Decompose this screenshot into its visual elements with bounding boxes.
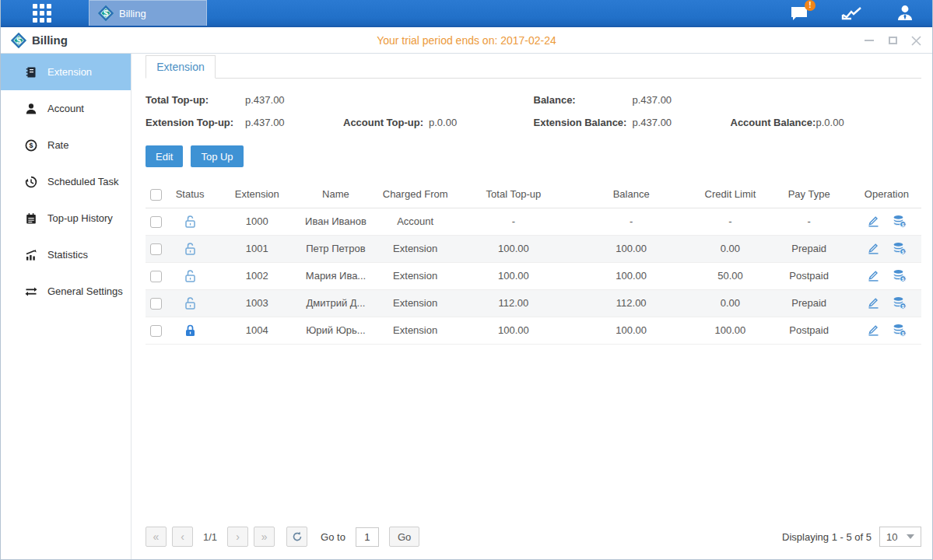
displaying-text: Displaying 1 - 5 of 5	[782, 531, 872, 543]
general-settings-sliders-icon	[24, 285, 38, 298]
pencil-icon	[867, 296, 880, 310]
billing-logo-icon: $	[99, 6, 113, 20]
extension-cell: 1002	[214, 262, 300, 289]
resource-monitor-button[interactable]	[840, 3, 864, 23]
maximize-button[interactable]	[887, 35, 898, 46]
extension-cell: 1003	[214, 289, 300, 317]
goto-page-input[interactable]	[356, 527, 379, 547]
name-cell: Дмитрий Д...	[300, 289, 371, 317]
row-checkbox[interactable]	[150, 271, 162, 282]
extension-cell: 1000	[214, 208, 300, 235]
sidebar-item-statistics[interactable]: Statistics	[1, 236, 131, 273]
sidebar-item-general-settings[interactable]: General Settings	[1, 273, 131, 310]
row-checkbox[interactable]	[150, 298, 162, 310]
extension-cell: 1004	[214, 317, 300, 344]
refresh-button[interactable]	[286, 527, 307, 547]
balance-cell: 100.00	[568, 262, 694, 289]
extension-book-icon	[24, 66, 38, 79]
messages-button[interactable]: !	[787, 3, 811, 23]
page-indicator: 1/1	[203, 531, 217, 543]
charged-from-cell: Extension	[372, 235, 459, 262]
sidebar-item-account[interactable]: Account	[1, 90, 131, 127]
sidebar-item-rate[interactable]: $ Rate	[1, 127, 131, 163]
total-topup-cell: 100.00	[459, 262, 568, 289]
name-cell: Юрий Юрь...	[300, 317, 371, 344]
operation-cell: $	[852, 317, 921, 344]
col-name: Name	[300, 181, 371, 208]
edit-row-button[interactable]	[867, 242, 880, 255]
unlocked-icon	[184, 242, 197, 256]
top-up-button[interactable]: Top Up	[191, 145, 243, 167]
credit-limit-cell: 0.00	[694, 235, 766, 262]
status-cell	[166, 208, 214, 235]
select-all-checkbox[interactable]	[150, 189, 162, 201]
app-launcher-button[interactable]	[1, 0, 82, 26]
edit-row-button[interactable]	[867, 215, 880, 228]
total-topup-value: p.437.00	[245, 94, 343, 106]
account-person-icon	[24, 103, 38, 115]
account-topup-value: p.0.00	[429, 117, 457, 128]
last-page-button[interactable]: »	[254, 527, 275, 547]
sidebar-item-extension[interactable]: Extension	[1, 54, 131, 90]
top-up-row-button[interactable]: $	[893, 215, 907, 228]
top-up-row-button[interactable]: $	[893, 324, 907, 337]
scheduled-task-clock-icon	[24, 176, 38, 188]
pencil-icon	[867, 215, 880, 228]
next-page-button[interactable]: ›	[227, 527, 248, 547]
billing-title-icon: $	[12, 33, 26, 47]
page-size-value: 10	[886, 531, 897, 543]
page-size-select[interactable]: 10	[879, 527, 921, 547]
row-checkbox[interactable]	[150, 216, 162, 228]
col-credit-limit: Credit Limit	[694, 181, 766, 208]
charged-from-cell: Account	[372, 208, 459, 235]
charged-from-cell: Extension	[372, 317, 459, 344]
apps-grid-icon	[33, 4, 51, 23]
close-button[interactable]	[910, 35, 921, 46]
account-balance-value: p.0.00	[816, 117, 844, 128]
billing-app-tab[interactable]: $ Billing	[89, 0, 207, 26]
sidebar: Extension Account $ Rate Scheduled Task	[1, 54, 132, 559]
edit-button[interactable]: Edit	[146, 145, 183, 167]
top-up-row-button[interactable]: $	[893, 296, 907, 310]
edit-row-button[interactable]	[867, 296, 880, 310]
top-up-row-button[interactable]: $	[893, 242, 907, 255]
line-chart-icon	[841, 5, 863, 22]
coins-icon: $	[893, 324, 907, 337]
table-row: 1002 Мария Ива... Extension 100.00 100.0…	[146, 262, 921, 289]
edit-row-button[interactable]	[867, 269, 880, 282]
unlocked-icon	[184, 296, 197, 310]
table-row: 1001 Петр Петров Extension 100.00 100.00…	[146, 235, 921, 262]
account-topup-label: Account Top-up:	[343, 117, 429, 128]
first-page-button[interactable]: «	[146, 527, 167, 547]
go-button[interactable]: Go	[389, 527, 419, 547]
edit-row-button[interactable]	[867, 324, 880, 337]
sidebar-item-topup-history[interactable]: Top-up History	[1, 200, 131, 236]
extension-balance-label: Extension Balance:	[534, 117, 633, 128]
top-up-row-button[interactable]: $	[893, 269, 907, 282]
row-checkbox[interactable]	[150, 325, 162, 337]
account-balance-label: Account Balance:	[731, 117, 816, 128]
minimize-button[interactable]	[864, 35, 875, 46]
pay-type-cell: Postpaid	[766, 262, 852, 289]
col-extension: Extension	[214, 181, 300, 208]
col-status: Status	[166, 181, 214, 208]
coins-icon: $	[893, 296, 907, 310]
sidebar-item-label: Top-up History	[47, 212, 113, 224]
row-checkbox[interactable]	[150, 243, 162, 255]
credit-limit-cell: 50.00	[694, 262, 766, 289]
user-account-button[interactable]	[893, 3, 917, 23]
coins-icon: $	[893, 242, 907, 255]
col-balance: Balance	[568, 181, 694, 208]
prev-page-button[interactable]: ‹	[172, 527, 193, 547]
tab-extension[interactable]: Extension	[146, 55, 216, 79]
operation-cell: $	[852, 235, 921, 262]
sidebar-item-scheduled-task[interactable]: Scheduled Task	[1, 163, 131, 200]
charged-from-cell: Extension	[372, 289, 459, 317]
coins-icon: $	[893, 269, 907, 282]
svg-text:$: $	[902, 249, 905, 254]
total-topup-cell: 100.00	[459, 235, 568, 262]
col-pay-type: Pay Type	[766, 181, 852, 208]
close-icon	[911, 36, 921, 46]
credit-limit-cell: 0.00	[694, 289, 766, 317]
pagination-bar: « ‹ 1/1 › » Go to Go Displaying 1 - 5 of…	[146, 523, 921, 559]
